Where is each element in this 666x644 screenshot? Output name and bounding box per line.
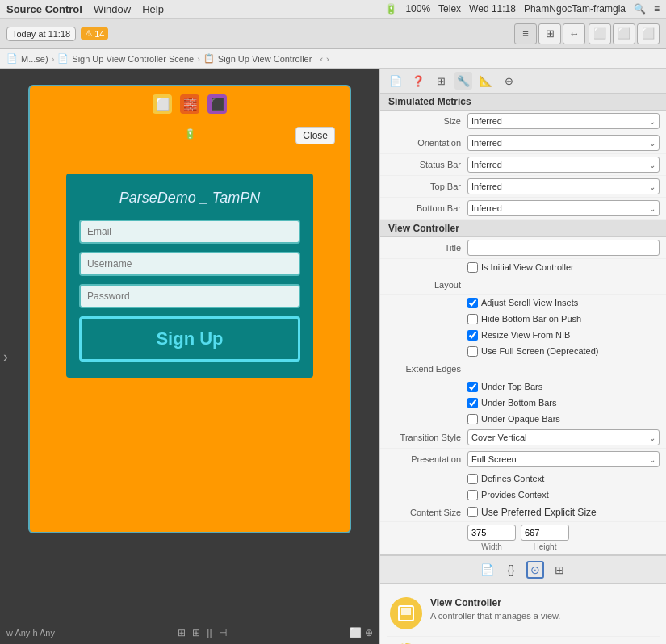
app-menu-source-control[interactable]: Source Control	[6, 3, 82, 15]
panel-help-icon[interactable]: ❓	[409, 72, 427, 90]
bc-item-1[interactable]: M...se)	[21, 54, 48, 64]
close-button[interactable]: Close	[295, 127, 335, 144]
app-title: ParseDemo _ TamPN	[79, 190, 300, 207]
canvas-fit-icon[interactable]: ⬜	[350, 627, 362, 638]
panel-grid-icon[interactable]: ⊞	[432, 72, 450, 90]
menu-bar: Source Control Window Help 🔋 100% Telex …	[0, 0, 666, 19]
show-inspector-btn[interactable]: ⬜	[637, 23, 660, 44]
bc-nav-next[interactable]: ›	[326, 54, 329, 64]
signup-button[interactable]: Sign Up	[79, 316, 300, 362]
status-bar-label: Status Bar	[387, 160, 467, 169]
bc-sep-2: ›	[197, 54, 200, 64]
nav-left-arrow[interactable]: ›	[3, 348, 8, 365]
password-input-wrapper[interactable]	[79, 284, 300, 308]
is-initial-vc-checkbox[interactable]	[467, 262, 478, 273]
title-input[interactable]	[467, 240, 660, 256]
panel-attributes-icon[interactable]: 🔧	[454, 72, 472, 90]
canvas-icon-4[interactable]: ⊣	[219, 627, 227, 638]
toolbar-right: ≡ ⊞ ↔ ⬜ ⬜ ⬜	[514, 23, 660, 44]
layout-mode-group: ⬜ ⬜ ⬜	[589, 23, 660, 44]
show-navigator-btn[interactable]: ⬜	[589, 23, 611, 44]
version-editor-btn[interactable]: ↔	[563, 23, 585, 44]
menu-window[interactable]: Window	[94, 3, 131, 15]
main-layout: › ⬜ 🧱 ⬛ 🔋 Close	[0, 69, 666, 644]
bc-sep-1: ›	[52, 54, 55, 64]
assistant-editor-btn[interactable]: ⊞	[538, 23, 561, 44]
canvas-icon-3[interactable]: ||	[207, 627, 212, 638]
size-select-arrow: ⌄	[649, 117, 656, 126]
status-bar-value: Inferred ⌄	[467, 157, 660, 173]
pb-grid-icon[interactable]: ⊞	[551, 561, 568, 579]
phone-battery-icon: 🔋	[184, 128, 196, 140]
under-top-bars-row: Under Top Bars	[380, 378, 666, 395]
use-full-screen-checkbox[interactable]	[467, 346, 478, 357]
vc-icon-yellow[interactable]: ⬜	[153, 94, 172, 114]
vc-icon-orange[interactable]: 🧱	[180, 94, 199, 114]
prop-status-bar: Status Bar Inferred ⌄	[380, 154, 666, 176]
menu-help[interactable]: Help	[142, 3, 164, 15]
email-input-wrapper[interactable]	[79, 220, 300, 244]
height-input[interactable]	[521, 525, 569, 541]
defines-context-label: Defines Context	[481, 474, 544, 483]
hide-debug-btn[interactable]: ⬜	[613, 23, 635, 44]
transition-style-label: Transition Style	[387, 433, 467, 442]
email-input[interactable]	[87, 226, 292, 237]
date-label[interactable]: Today at 11:18	[6, 27, 76, 41]
prop-top-bar: Top Bar Inferred ⌄	[380, 176, 666, 198]
menu-dots-icon[interactable]: ≡	[654, 3, 660, 15]
defines-context-row: Defines Context	[380, 470, 666, 487]
panel-size-icon[interactable]: 📐	[477, 72, 495, 90]
size-select[interactable]: Inferred ⌄	[467, 113, 660, 129]
vc-icon-purple[interactable]: ⬛	[207, 94, 227, 114]
password-input[interactable]	[87, 291, 292, 302]
warning-badge[interactable]: ⚠ 14	[81, 27, 108, 40]
title-label: Title	[387, 243, 467, 253]
provides-context-checkbox[interactable]	[467, 490, 478, 500]
under-bottom-bars-label: Under Bottom Bars	[481, 398, 557, 408]
is-initial-vc-label: Is Initial View Controller	[481, 262, 574, 272]
right-panel: 📄 ❓ ⊞ 🔧 📐 ⊕ Simulated Metrics Size Infer…	[379, 69, 666, 644]
bc-item-2[interactable]: Sign Up View Controller Scene	[72, 54, 194, 64]
presentation-value: Full Screen ⌄	[467, 451, 660, 467]
panel-file-icon[interactable]: 📄	[387, 72, 404, 90]
phone-status-bar: 🔋	[181, 127, 199, 141]
bc-item-3[interactable]: Sign Up View Controller	[218, 54, 312, 64]
under-bottom-bars-checkbox[interactable]	[467, 398, 478, 408]
search-icon[interactable]: 🔍	[634, 3, 646, 15]
hide-bottom-bar-checkbox[interactable]	[467, 314, 478, 324]
orientation-select[interactable]: Inferred ⌄	[467, 135, 660, 151]
under-opaque-bars-checkbox[interactable]	[467, 414, 478, 424]
width-label: Width	[481, 542, 502, 551]
username-input[interactable]	[87, 258, 292, 270]
canvas-zoom-icon[interactable]: ⊕	[365, 627, 373, 638]
adjust-scroll-checkbox[interactable]	[467, 298, 478, 308]
view-controller-header: View Controller	[380, 220, 666, 237]
width-input[interactable]	[467, 525, 516, 541]
canvas-icon-2[interactable]: ⊞	[192, 627, 200, 638]
status-bar-select[interactable]: Inferred ⌄	[467, 157, 660, 173]
standard-editor-btn[interactable]: ≡	[514, 23, 537, 44]
height-label: Height	[534, 542, 557, 551]
transition-style-select[interactable]: Cover Vertical ⌄	[467, 429, 660, 445]
pb-code-icon[interactable]: {}	[502, 561, 520, 579]
canvas-icon-1[interactable]: ⊞	[178, 627, 186, 638]
panel-connections-icon[interactable]: ⊕	[500, 72, 517, 90]
canvas-zoom-controls: ⬜ ⊕	[350, 627, 373, 638]
bottom-bar-select[interactable]: Inferred ⌄	[467, 200, 660, 216]
presentation-select[interactable]: Full Screen ⌄	[467, 451, 660, 467]
pb-file-icon[interactable]: 📄	[478, 561, 496, 579]
under-top-bars-label: Under Top Bars	[481, 382, 542, 391]
prop-transition-style: Transition Style Cover Vertical ⌄	[380, 427, 666, 449]
toolbar-left: Today at 11:18 ⚠ 14	[6, 27, 108, 41]
menu-bar-left: Source Control Window Help	[6, 3, 164, 15]
under-opaque-bars-row: Under Opaque Bars	[380, 411, 666, 427]
username-input-wrapper[interactable]	[79, 252, 300, 276]
bc-nav-prev[interactable]: ‹	[320, 54, 323, 64]
content-size-checkbox[interactable]	[467, 507, 478, 517]
under-top-bars-checkbox[interactable]	[467, 382, 478, 392]
resize-view-checkbox[interactable]	[467, 330, 478, 341]
pb-circle-icon[interactable]: ⊙	[526, 561, 544, 579]
layout-label: Layout	[387, 280, 467, 290]
top-bar-select[interactable]: Inferred ⌄	[467, 178, 660, 194]
defines-context-checkbox[interactable]	[467, 474, 478, 484]
